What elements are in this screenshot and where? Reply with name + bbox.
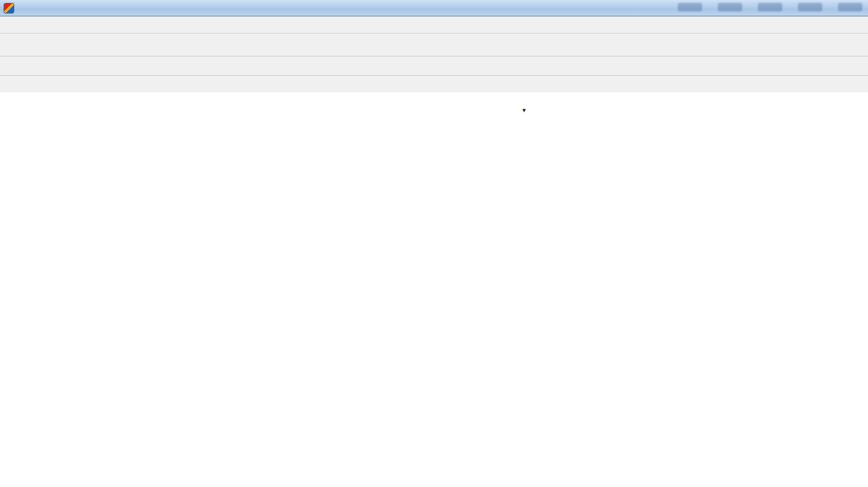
app-icon: [4, 4, 14, 13]
chart-canvas[interactable]: [0, 92, 868, 487]
main-toolbar: [0, 34, 868, 56]
title-bar[interactable]: [0, 0, 868, 16]
icon-toolbar: [0, 56, 868, 76]
menu-bar: [0, 16, 868, 34]
kline-chart-area[interactable]: ▼: [0, 92, 868, 487]
titlebar-buttons[interactable]: [678, 3, 862, 11]
